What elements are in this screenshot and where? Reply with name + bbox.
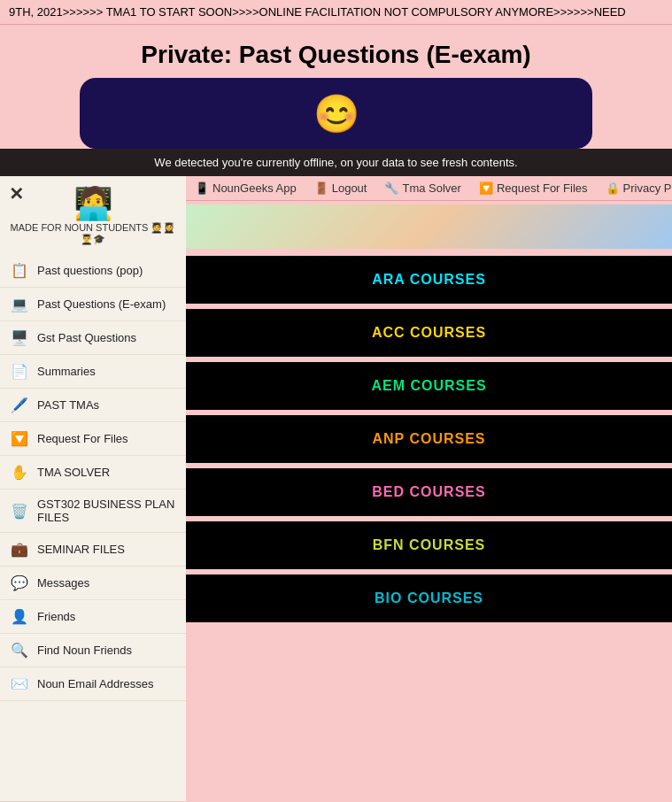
sidebar-icon-request-for-files: 🔽 [11, 430, 28, 447]
sidebar-icon-past-questions-eexam: 💻 [11, 296, 28, 312]
sidebar-icon-noun-email-addresses: ✉️ [11, 675, 28, 692]
sidebar-label-noun-email-addresses: Noun Email Addresses [37, 677, 154, 690]
sidebar-close-button[interactable]: ✕ [9, 183, 24, 204]
page-title: Private: Past Questions (E-exam) [9, 41, 663, 69]
page-title-area: Private: Past Questions (E-exam) [0, 25, 672, 78]
sidebar-item-noun-email-addresses[interactable]: ✉️ Noun Email Addresses [0, 667, 186, 701]
sidebar-label-gst-past-questions: Gst Past Questions [37, 331, 136, 344]
sidebar-icon-messages: 💬 [11, 575, 28, 591]
course-button-aem-courses[interactable]: AEM COURSES [186, 362, 672, 410]
sidebar-icon-seminar-files: 💼 [11, 541, 28, 558]
content-hero-image [186, 204, 672, 249]
sidebar-item-friends[interactable]: 👤 Friends [0, 600, 186, 634]
topnav-item-privacy-p[interactable]: 🔒 Privacy P [606, 181, 672, 195]
sidebar-icon-tma-solver: ✋ [11, 464, 28, 481]
topnav-icon-logout: 🚪 [314, 181, 328, 195]
sidebar-icon-find-noun-friends: 🔍 [11, 642, 28, 659]
sidebar: ✕ 🧑‍💻 MADE FOR NOUN STUDENTS 🧑‍🎓👩‍🎓👨‍🎓🎓 … [0, 176, 186, 801]
sidebar-label-find-noun-friends: Find Noun Friends [37, 644, 132, 657]
sidebar-item-past-questions-eexam[interactable]: 💻 Past Questions (E-exam) [0, 288, 186, 321]
topnav-label-request-for-files: Request For Files [497, 181, 588, 195]
sidebar-label-past-questions-pop: Past questions (pop) [37, 264, 143, 277]
sidebar-item-gst302-business-plan[interactable]: 🗑️ GST302 BUSINESS PLAN FILES [0, 490, 186, 533]
sidebar-icon-summaries: 📄 [11, 363, 28, 380]
offline-text: We detected you're currently offline, on… [154, 156, 517, 169]
sidebar-label-past-tmas: PAST TMAs [37, 398, 99, 412]
sidebar-item-seminar-files[interactable]: 💼 SEMINAR FILES [0, 533, 186, 567]
sidebar-icon-past-questions-pop: 📋 [11, 262, 28, 279]
sidebar-label-gst302-business-plan: GST302 BUSINESS PLAN FILES [37, 497, 175, 524]
hero-banner: 😊 [80, 78, 592, 149]
course-button-bed-courses[interactable]: BED COURSES [186, 468, 672, 516]
sidebar-icon-gst-past-questions: 🖥️ [11, 329, 28, 346]
sidebar-item-summaries[interactable]: 📄 Summaries [0, 355, 186, 389]
sidebar-item-past-questions-pop[interactable]: 📋 Past questions (pop) [0, 254, 186, 288]
topnav-label-logout: Logout [332, 181, 367, 195]
topnav-label-tma-solver: Tma Solver [402, 181, 460, 195]
sidebar-label-friends: Friends [37, 610, 75, 623]
ticker-text: 9TH, 2021>>>>>> TMA1 TO START SOON>>>>ON… [9, 5, 626, 19]
sidebar-item-messages[interactable]: 💬 Messages [0, 567, 186, 600]
topnav-item-tma-solver[interactable]: 🔧 Tma Solver [384, 181, 460, 195]
sidebar-logo: 🧑‍💻 MADE FOR NOUN STUDENTS 🧑‍🎓👩‍🎓👨‍🎓🎓 [0, 176, 186, 251]
course-button-acc-courses[interactable]: ACC COURSES [186, 309, 672, 357]
sidebar-item-past-tmas[interactable]: 🖊️ PAST TMAs [0, 389, 186, 422]
topnav-icon-privacy-p: 🔒 [606, 181, 620, 195]
topnav-item-noun-geeks-app[interactable]: 📱 NounGeeks App [195, 181, 297, 195]
sidebar-icon-friends: 👤 [11, 608, 28, 625]
sidebar-item-request-for-files[interactable]: 🔽 Request For Files [0, 422, 186, 456]
offline-notice: We detected you're currently offline, on… [0, 149, 672, 176]
topnav-icon-tma-solver: 🔧 [384, 181, 398, 195]
sidebar-label-summaries: Summaries [37, 365, 96, 378]
sidebar-nav: 📋 Past questions (pop) 💻 Past Questions … [0, 251, 186, 705]
sidebar-label-tma-solver: TMA SOLVER [37, 466, 110, 479]
content-topnav: 📱 NounGeeks App 🚪 Logout 🔧 Tma Solver 🔽 … [186, 176, 672, 201]
sidebar-logo-icon: 🧑‍💻 [73, 185, 113, 222]
sidebar-item-tma-solver[interactable]: ✋ TMA SOLVER [0, 456, 186, 490]
topnav-icon-noun-geeks-app: 📱 [195, 181, 209, 195]
topnav-item-request-for-files[interactable]: 🔽 Request For Files [479, 181, 588, 195]
topnav-label-privacy-p: Privacy P [623, 181, 672, 195]
sidebar-label-messages: Messages [37, 576, 89, 590]
course-button-ara-courses[interactable]: ARA COURSES [186, 256, 672, 304]
sidebar-label-seminar-files: SEMINAR FILES [37, 543, 125, 556]
sidebar-label-past-questions-eexam: Past Questions (E-exam) [37, 297, 166, 311]
sidebar-logo-subtitle: MADE FOR NOUN STUDENTS 🧑‍🎓👩‍🎓👨‍🎓🎓 [0, 222, 186, 245]
main-layout: ✕ 🧑‍💻 MADE FOR NOUN STUDENTS 🧑‍🎓👩‍🎓👨‍🎓🎓 … [0, 176, 672, 801]
course-button-bfn-courses[interactable]: BFN COURSES [186, 521, 672, 569]
course-button-bio-courses[interactable]: BIO COURSES [186, 575, 672, 622]
topnav-item-logout[interactable]: 🚪 Logout [314, 181, 367, 195]
sidebar-icon-gst302-business-plan: 🗑️ [11, 503, 28, 520]
content-area: 📱 NounGeeks App 🚪 Logout 🔧 Tma Solver 🔽 … [186, 176, 672, 801]
sidebar-label-request-for-files: Request For Files [37, 432, 128, 445]
topnav-label-noun-geeks-app: NounGeeks App [212, 181, 297, 195]
ticker-bar: 9TH, 2021>>>>>> TMA1 TO START SOON>>>>ON… [0, 0, 672, 25]
course-list: ARA COURSESACC COURSESAEM COURSESANP COU… [186, 252, 672, 626]
hero-icon: 😊 [313, 92, 359, 135]
sidebar-icon-past-tmas: 🖊️ [11, 397, 28, 413]
course-button-anp-courses[interactable]: ANP COURSES [186, 415, 672, 463]
sidebar-item-find-noun-friends[interactable]: 🔍 Find Noun Friends [0, 634, 186, 667]
topnav-icon-request-for-files: 🔽 [479, 181, 493, 195]
sidebar-item-gst-past-questions[interactable]: 🖥️ Gst Past Questions [0, 321, 186, 355]
